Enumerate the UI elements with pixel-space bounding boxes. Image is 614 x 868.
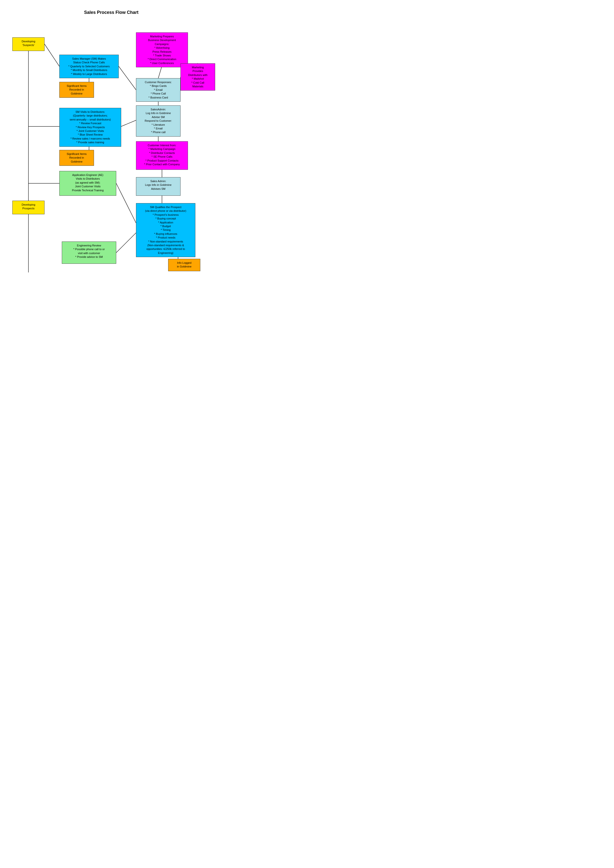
page-title: Sales Process Flow Chart (5, 10, 218, 15)
sales-admin-1-box: SalesAdmin:Log Info in GoldmineAdvise SM… (136, 106, 180, 137)
svg-line-12 (121, 120, 136, 126)
svg-line-4 (119, 66, 136, 90)
svg-line-18 (116, 233, 136, 253)
svg-line-1 (45, 44, 59, 66)
sig-items-1-box: Significant ItemsRecorded inGoldmine (59, 82, 94, 98)
customer-interest-box: Customer Interest from:* Marketing Campa… (136, 141, 188, 170)
developing-prospects-box: DevelopingProspects (12, 201, 45, 214)
svg-line-20 (116, 183, 136, 223)
sm-visits-box: SM Visits to Distributors:(Quarterly- la… (59, 108, 121, 147)
sales-admin-2-box: Sales Admin:Logs Info in GoldmineAdvises… (136, 177, 180, 196)
marketing-prepares-box: Marketing PreparesBusiness DevelopmentCa… (136, 33, 188, 67)
ae-visits-box: Application Engineer (AE)Visits to Distr… (59, 171, 116, 196)
sig-items-2-box: Significant ItemsRecorded inGoldmine (59, 150, 94, 166)
svg-line-5 (158, 66, 162, 78)
info-logged-box: Info Loggedin Goldmine (168, 259, 200, 271)
chart-container: Developing'Suspects' Marketing PreparesB… (5, 23, 218, 320)
marketing-provides-box: MarketingProvidesDistributors with* Mail… (180, 63, 215, 90)
sm-qualifies-box: SM Qualifies the Prospect(via direct pho… (136, 203, 195, 257)
developing-suspects-box: Developing'Suspects' (12, 37, 45, 51)
engineering-review-box: Engineering Review* Possible phone call … (62, 242, 116, 264)
sales-manager-calls-box: Sales Manager (SM) MakesStatus Check Pho… (59, 55, 119, 78)
customer-responses-box: Customer Responses:* Bingo Cards* Email*… (136, 78, 180, 102)
